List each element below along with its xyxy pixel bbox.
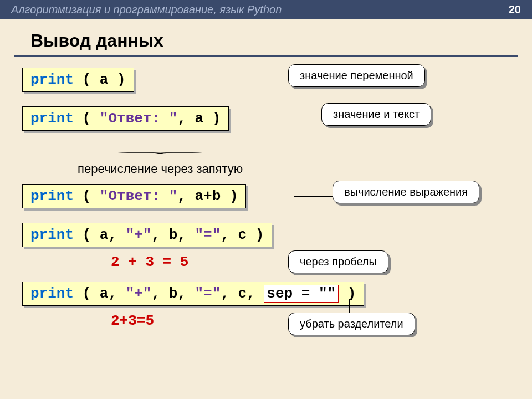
example-row-5: print ( a, "+", b, "=", c, sep = "" ) (22, 282, 510, 310)
code-text: , c ) (221, 227, 264, 243)
slide-header: Алгоритмизация и программирование, язык … (0, 0, 532, 19)
connector-line (294, 196, 332, 197)
code-text: ( a, (74, 227, 126, 243)
slide-content: print ( a ) значение переменной print ( … (0, 68, 532, 340)
string-literal: "Ответ: " (100, 188, 177, 204)
page-title: Вывод данных (14, 19, 518, 57)
string-literal: "Ответ: " (100, 110, 177, 127)
subject-title: Алгоритмизация и программирование, язык … (11, 3, 282, 16)
code-text: , a+b ) (177, 188, 238, 204)
page-number: 20 (509, 3, 521, 16)
note-text: перечисление через запятую (78, 162, 243, 176)
output-row-5: 2+3=5 убрать разделители (22, 313, 510, 340)
string-literal: "=" (195, 285, 221, 302)
code-text: , b, (151, 285, 195, 302)
keyword: print (30, 188, 74, 204)
example-row-3: print ( "Ответ: ", a+b ) вычисление выра… (22, 184, 510, 213)
callout-3: вычисление выражения (332, 181, 479, 203)
output-row-4: 2 + 3 = 5 через пробелы (22, 254, 510, 282)
connector-line (154, 80, 287, 80)
code-text: ( (74, 110, 100, 127)
code-box-1: print ( a ) (22, 68, 134, 92)
callout-4: через пробелы (288, 250, 388, 273)
connector-line (277, 119, 321, 119)
code-text: , a ) (177, 110, 221, 127)
brace-note: ⏟ перечисление через запятую (22, 145, 510, 178)
string-literal: "+" (126, 227, 152, 243)
keyword: print (30, 110, 74, 127)
code-box-4: print ( a, "+", b, "=", c ) (22, 223, 272, 247)
code-text: ( (74, 188, 100, 204)
example-row-2: print ( "Ответ: ", a ) значение и текст (22, 106, 510, 135)
code-box-3: print ( "Ответ: ", a+b ) (22, 184, 246, 208)
keyword: print (30, 71, 74, 88)
code-box-2: print ( "Ответ: ", a ) (22, 106, 229, 131)
code-text: ( a, (74, 285, 126, 302)
code-text: ) (339, 285, 356, 302)
code-text: , c, (221, 285, 264, 302)
callout-2: значение и текст (321, 103, 431, 126)
callout-5: убрать разделители (288, 313, 415, 335)
sep-param: sep = "" (264, 285, 339, 303)
connector-line (222, 263, 288, 263)
example-row-4: print ( a, "+", b, "=", c ) (22, 223, 510, 252)
code-box-5: print ( a, "+", b, "=", c, sep = "" ) (22, 282, 364, 306)
keyword: print (30, 285, 74, 302)
code-text: , b, (151, 227, 195, 243)
keyword: print (30, 227, 74, 243)
string-literal: "+" (126, 285, 152, 302)
brace-icon: ⏟ (115, 145, 205, 154)
connector-line (349, 299, 350, 314)
callout-1: значение переменной (288, 64, 425, 87)
string-literal: "=" (195, 227, 221, 243)
example-row-1: print ( a ) значение переменной (22, 68, 510, 96)
code-text: ( a ) (74, 71, 126, 88)
